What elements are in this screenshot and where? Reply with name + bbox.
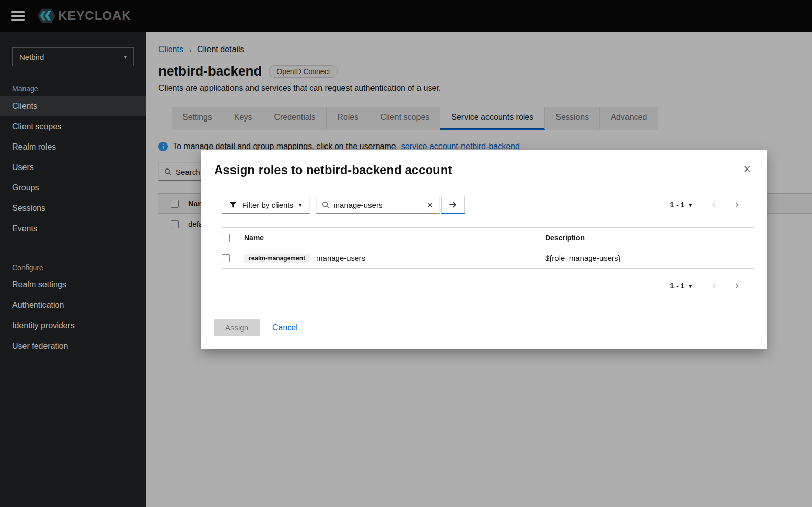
chevron-right-icon <box>733 282 740 289</box>
assign-button[interactable]: Assign <box>214 319 260 336</box>
chevron-right-icon <box>733 201 740 208</box>
caret-down-icon: ▾ <box>299 202 302 208</box>
clear-icon <box>427 202 433 208</box>
caret-down-icon: ▾ <box>689 202 692 208</box>
modal-title: Assign roles to netbird-backend account <box>201 150 767 177</box>
role-client-badge: realm-management <box>244 254 310 263</box>
description-column-header: Description <box>545 234 754 242</box>
pagination-nav <box>703 277 748 295</box>
arrow-right-icon <box>448 200 458 210</box>
pagination-range: 1 - 1 <box>670 201 684 209</box>
pagination-range-dropdown[interactable]: 1 - 1 ▾ <box>670 201 692 209</box>
filter-by-clients-dropdown[interactable]: Filter by clients ▾ <box>222 196 310 214</box>
modal-toolbar: Filter by clients ▾ 1 - 1 ▾ <box>222 196 748 214</box>
close-icon <box>743 165 751 173</box>
next-page-button-bottom[interactable] <box>726 277 748 295</box>
pagination-range-dropdown-bottom[interactable]: 1 - 1 ▾ <box>670 282 692 290</box>
pagination-nav <box>703 196 748 214</box>
clear-search-button[interactable] <box>426 201 434 209</box>
next-page-button[interactable] <box>726 196 748 214</box>
cancel-button[interactable]: Cancel <box>272 323 298 332</box>
chevron-left-icon <box>711 282 718 289</box>
modal-footer: Assign Cancel <box>214 319 298 336</box>
role-row: realm-management manage-users ${role_man… <box>222 248 754 269</box>
roles-table-header-row: Name Description <box>222 228 754 248</box>
pagination-bottom: 1 - 1 ▾ <box>201 277 748 295</box>
select-all-checkbox[interactable] <box>222 234 230 242</box>
role-description: ${role_manage-users} <box>545 254 754 262</box>
assign-roles-modal: Assign roles to netbird-backend account … <box>201 150 767 349</box>
filter-label: Filter by clients <box>242 201 293 209</box>
pagination-range: 1 - 1 <box>670 282 684 290</box>
search-submit-button[interactable] <box>441 196 465 214</box>
assign-roles-table: Name Description realm-management manage… <box>222 227 754 269</box>
filter-icon <box>229 201 237 208</box>
previous-page-button-bottom[interactable] <box>703 277 726 295</box>
role-search-input[interactable] <box>334 201 422 209</box>
modal-close-button[interactable] <box>741 163 753 175</box>
role-checkbox[interactable] <box>222 254 230 262</box>
role-search-box <box>316 196 440 214</box>
caret-down-icon: ▾ <box>689 283 692 289</box>
previous-page-button[interactable] <box>703 196 726 214</box>
search-icon <box>322 201 330 209</box>
role-name: manage-users <box>316 254 365 262</box>
name-column-header: Name <box>244 234 545 242</box>
pagination-top: 1 - 1 ▾ <box>670 196 748 214</box>
chevron-left-icon <box>711 201 718 208</box>
